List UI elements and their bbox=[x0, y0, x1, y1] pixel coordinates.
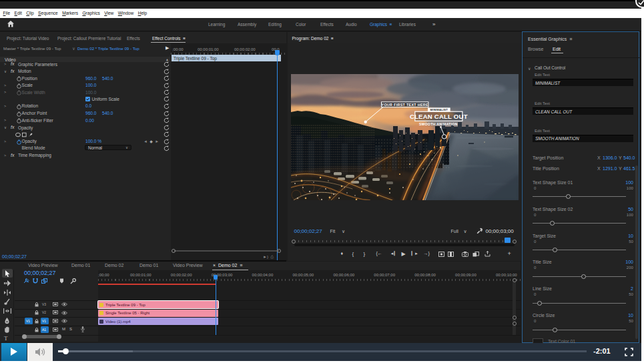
svg-text:YOUR FIRST TEXT HERE: YOUR FIRST TEXT HERE bbox=[381, 103, 428, 107]
svg-text:CLEAN CALL OUT: CLEAN CALL OUT bbox=[410, 113, 468, 120]
svg-text:SMOOTH ANIMATION: SMOOTH ANIMATION bbox=[419, 122, 458, 126]
svg-text:MINIMALIST: MINIMALIST bbox=[430, 108, 448, 111]
